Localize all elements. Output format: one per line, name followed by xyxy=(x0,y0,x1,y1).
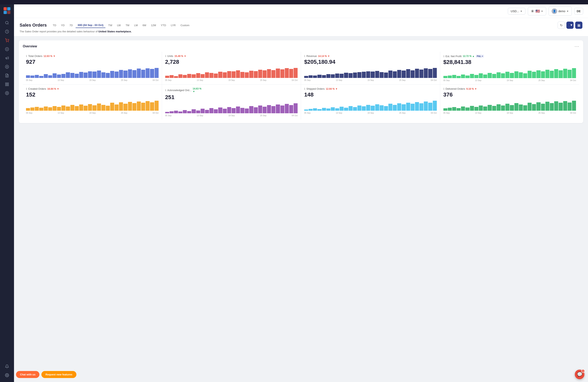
chart-bar xyxy=(411,104,415,111)
sidebar-item-intelligence[interactable] xyxy=(3,63,11,70)
chart-bar xyxy=(541,104,545,111)
chart-label: 04 Oct xyxy=(431,79,437,81)
currency-selector[interactable]: USD... ▼ xyxy=(508,8,525,15)
sidebar-item-notifications-target[interactable] xyxy=(3,90,11,97)
page-content: Sales Orders TDYD7D30D (04 Sep - 03 Oct)… xyxy=(14,18,588,382)
chart-bar xyxy=(317,109,321,111)
sidebar-item-search[interactable] xyxy=(3,19,11,26)
chart-bar xyxy=(313,108,317,111)
chart-bar xyxy=(272,70,275,78)
chart-bar xyxy=(304,76,308,78)
metric-label: Shipped Orders xyxy=(306,87,325,90)
info-icon[interactable]: ℹ xyxy=(26,87,27,90)
filter-button[interactable]: ▼ xyxy=(567,21,574,29)
sidebar-item-analytics[interactable] xyxy=(3,28,11,35)
time-filter-Custom[interactable]: Custom xyxy=(178,23,191,28)
chart-bar xyxy=(335,74,339,78)
chart-bar xyxy=(70,73,74,78)
chart-bar xyxy=(366,105,370,111)
time-filter-YTD[interactable]: YTD xyxy=(159,23,168,28)
chart-bar xyxy=(39,108,43,111)
chart-bar xyxy=(357,72,361,78)
info-icon[interactable]: ℹ xyxy=(165,55,166,57)
metric-label-row: ℹ Units 15.49 % ▼ xyxy=(165,55,298,57)
metric-label-row: ℹ Shipped Orders 12.94 % ▼ xyxy=(304,87,437,90)
info-icon[interactable]: ℹ xyxy=(304,55,305,57)
time-filter-7D[interactable]: 7D xyxy=(67,23,75,28)
sidebar-item-orders[interactable] xyxy=(3,37,11,44)
time-filter-LM[interactable]: LM xyxy=(132,23,140,28)
sidebar-item-reports[interactable] xyxy=(3,72,11,79)
request-features-button[interactable]: Request new features xyxy=(42,371,76,378)
chart-bar xyxy=(443,108,447,111)
chat-bubble-icon: 💬 xyxy=(577,372,582,377)
time-filter-YD[interactable]: YD xyxy=(59,23,67,28)
chart-bar xyxy=(514,103,518,111)
mini-chart xyxy=(165,67,298,78)
sidebar-item-inventory[interactable] xyxy=(3,81,11,88)
chart-bar xyxy=(457,108,461,111)
metric-change: 16.94 % ▼ xyxy=(47,88,59,90)
chart-bar xyxy=(128,69,132,78)
info-icon[interactable]: ℹ xyxy=(165,89,166,92)
user-menu[interactable]: 👤 demo ▼ xyxy=(549,7,572,16)
metric-value: 251 xyxy=(165,94,298,100)
refresh-button[interactable]: ↻ xyxy=(558,21,565,29)
time-filter-TM[interactable]: TM xyxy=(124,23,131,28)
chart-bar xyxy=(178,74,182,78)
sidebar-item-bell[interactable] xyxy=(3,363,11,370)
chart-bar xyxy=(448,108,452,111)
time-filter-30D-(04-Sep---03-Oct)[interactable]: 30D (04 Sep - 03 Oct) xyxy=(76,22,105,28)
time-filter-LW[interactable]: LW xyxy=(115,23,123,28)
svg-rect-16 xyxy=(6,83,7,84)
time-filter-LYR[interactable]: LYR xyxy=(169,23,178,28)
chat-bubble[interactable]: 💬 1 xyxy=(575,370,584,379)
chart-bar xyxy=(501,73,505,78)
currency-label: USD... xyxy=(511,10,519,13)
time-filter-TW[interactable]: TW xyxy=(106,23,114,28)
chart-label: 05 Sep xyxy=(165,115,172,117)
chart-bar xyxy=(428,103,432,111)
overview-more-button[interactable]: ··· xyxy=(575,44,579,49)
pnl-link[interactable]: P&L > xyxy=(476,55,484,58)
time-filter-12M[interactable]: 12M xyxy=(149,23,158,28)
chart-bar xyxy=(272,106,275,113)
info-icon[interactable]: ℹ xyxy=(304,87,305,90)
chart-bar xyxy=(397,103,401,111)
chart-labels: 05 Sep13 Sep19 Sep25 Sep04 Oct xyxy=(26,112,159,114)
logo[interactable] xyxy=(3,7,11,15)
sidebar-item-dollar[interactable] xyxy=(3,46,11,53)
sidebar-item-settings[interactable] xyxy=(3,372,11,379)
marketplace-selector[interactable]: ✳ 🇺🇸 ▼ xyxy=(528,7,546,15)
chart-bar xyxy=(344,73,348,78)
time-filter-TD[interactable]: TD xyxy=(51,23,58,28)
chart-bar xyxy=(155,101,159,111)
chart-bar xyxy=(30,76,34,78)
info-icon[interactable]: ℹ xyxy=(443,87,444,90)
chart-bar xyxy=(402,71,406,78)
chart-bar xyxy=(470,106,474,111)
chart-bar xyxy=(66,107,70,111)
metric-change: 12.94 % ▼ xyxy=(326,88,337,90)
user-avatar: 👤 xyxy=(552,8,557,14)
chart-bar xyxy=(563,101,567,111)
chart-bar xyxy=(218,108,222,113)
language-selector[interactable]: DE xyxy=(574,8,583,15)
chart-bar xyxy=(227,71,231,78)
time-filter-6M[interactable]: 6M xyxy=(141,23,148,28)
info-icon[interactable]: ℹ xyxy=(443,55,444,58)
metric-value: 927 xyxy=(26,59,159,65)
sidebar-item-marketing[interactable] xyxy=(3,54,11,61)
chat-button[interactable]: Chat with us xyxy=(16,371,39,378)
chart-bar xyxy=(470,74,474,78)
chart-bar xyxy=(532,104,536,111)
chart-bar xyxy=(267,105,271,113)
info-icon[interactable]: ℹ xyxy=(26,55,27,57)
chart-bar xyxy=(567,70,572,78)
chart-label: 25 Sep xyxy=(399,112,406,114)
chart-bar xyxy=(187,111,191,113)
mini-chart xyxy=(26,100,159,111)
columns-button[interactable]: ▦ xyxy=(575,21,582,29)
chart-label: 05 Sep xyxy=(304,79,311,81)
chart-bar xyxy=(201,109,205,113)
